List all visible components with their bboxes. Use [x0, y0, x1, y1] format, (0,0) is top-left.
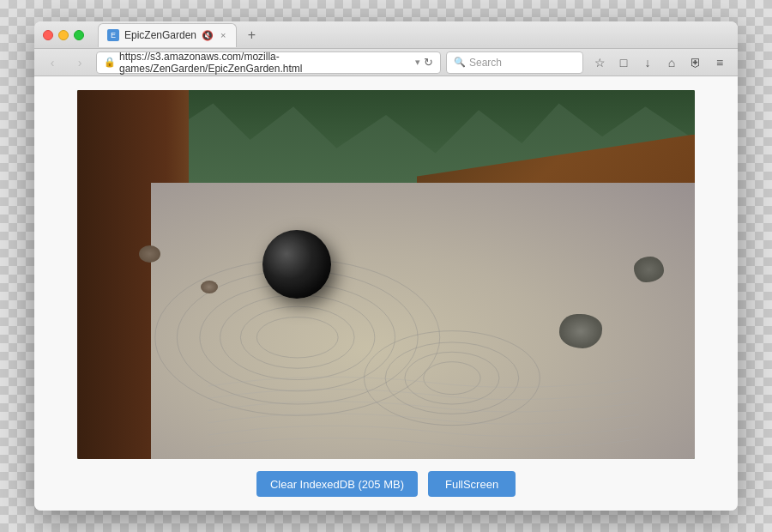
url-filter-icon[interactable]: ▾: [415, 57, 420, 68]
forward-icon: ›: [78, 56, 82, 70]
dark-sphere: [262, 230, 331, 299]
active-tab[interactable]: E EpicZenGarden 🔇 ×: [98, 23, 237, 47]
close-button[interactable]: [43, 30, 53, 40]
download-icon: ↓: [645, 56, 651, 70]
share-icon: □: [620, 56, 627, 70]
back-button[interactable]: ‹: [41, 51, 63, 74]
content-area: Clear IndexedDB (205 MB) FullScreen: [34, 76, 738, 511]
minimize-button[interactable]: [58, 30, 69, 40]
bookmark-icon: ☆: [594, 56, 606, 70]
webpage-container: Clear IndexedDB (205 MB) FullScreen: [48, 90, 724, 497]
url-text: https://s3.amazonaws.com/mozilla-games/Z…: [119, 51, 412, 75]
action-buttons: Clear IndexedDB (205 MB) FullScreen: [256, 471, 516, 497]
bookmark-button[interactable]: ☆: [588, 51, 611, 74]
rock-1: [559, 314, 602, 348]
rock-3: [139, 245, 160, 263]
clear-indexeddb-button[interactable]: Clear IndexedDB (205 MB): [256, 471, 418, 497]
lock-icon: 🔒: [104, 57, 116, 68]
svg-point-2: [220, 294, 375, 379]
download-button[interactable]: ↓: [636, 51, 659, 74]
svg-point-8: [386, 342, 520, 413]
svg-point-9: [365, 330, 540, 425]
home-icon: ⌂: [668, 56, 675, 70]
search-icon: 🔍: [454, 57, 466, 68]
zen-garden-image: [77, 90, 695, 459]
zen-scene: [77, 90, 695, 459]
shield-icon: ⛨: [690, 56, 702, 70]
tab-title: EpicZenGarden: [124, 29, 196, 41]
refresh-button[interactable]: ↻: [424, 56, 433, 69]
rock-2: [634, 257, 664, 282]
tab-mute-icon[interactable]: 🔇: [202, 30, 214, 41]
title-bar: E EpicZenGarden 🔇 × +: [34, 21, 738, 49]
fullscreen-button[interactable]: FullScreen: [428, 471, 516, 497]
svg-point-0: [257, 317, 339, 357]
new-tab-button[interactable]: +: [242, 26, 261, 45]
search-bar[interactable]: 🔍 Search: [446, 51, 583, 74]
browser-window: E EpicZenGarden 🔇 × + ‹ › 🔒 https://s3.a…: [34, 21, 738, 511]
svg-point-6: [424, 361, 480, 394]
maximize-button[interactable]: [74, 30, 84, 40]
tab-favicon: E: [107, 29, 119, 41]
svg-point-3: [200, 283, 395, 390]
menu-button[interactable]: ≡: [709, 51, 731, 74]
share-button[interactable]: □: [612, 51, 635, 74]
search-placeholder: Search: [469, 57, 502, 69]
back-icon: ‹: [51, 56, 55, 70]
tab-area: E EpicZenGarden 🔇 × +: [98, 23, 729, 47]
svg-point-1: [241, 306, 355, 368]
shield-button[interactable]: ⛨: [685, 51, 707, 74]
url-prefix: https://: [119, 51, 150, 63]
traffic-lights: [43, 30, 84, 40]
menu-icon: ≡: [716, 56, 723, 70]
tab-close-icon[interactable]: ×: [219, 30, 227, 40]
home-button[interactable]: ⌂: [660, 51, 683, 74]
rock-4: [201, 281, 218, 293]
forward-button[interactable]: ›: [69, 51, 91, 74]
nav-bar: ‹ › 🔒 https://s3.amazonaws.com/mozilla-g…: [34, 49, 738, 76]
nav-right-buttons: ☆ □ ↓ ⌂ ⛨ ≡: [588, 51, 731, 74]
url-bar[interactable]: 🔒 https://s3.amazonaws.com/mozilla-games…: [96, 51, 441, 74]
